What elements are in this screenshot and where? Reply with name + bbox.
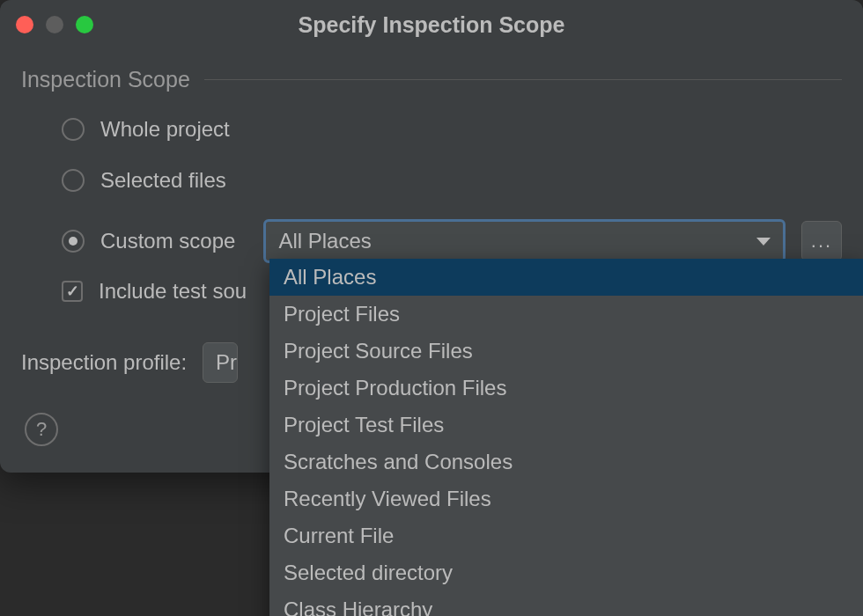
dropdown-option-project-source-files[interactable]: Project Source Files xyxy=(269,333,863,370)
radio-custom-scope-label: Custom scope xyxy=(100,229,235,253)
radio-selected-files-row[interactable]: Selected files xyxy=(62,168,842,193)
dialog-title: Specify Inspection Scope xyxy=(299,12,565,38)
radio-whole-project-row[interactable]: Whole project xyxy=(62,117,842,142)
dropdown-option-class-hierarchy[interactable]: Class Hierarchy xyxy=(269,591,863,616)
dropdown-option-recently-viewed[interactable]: Recently Viewed Files xyxy=(269,480,863,517)
window-controls xyxy=(16,16,93,33)
dropdown-option-current-file[interactable]: Current File xyxy=(269,517,863,554)
dropdown-option-scratches-consoles[interactable]: Scratches and Consoles xyxy=(269,444,863,480)
combobox-value: All Places xyxy=(278,229,371,253)
section-divider xyxy=(204,79,842,80)
help-icon: ? xyxy=(36,418,47,441)
include-test-sources-checkbox[interactable] xyxy=(62,281,83,302)
radio-whole-project[interactable] xyxy=(62,118,85,141)
dropdown-option-all-places[interactable]: All Places xyxy=(269,259,863,296)
dropdown-option-selected-directory[interactable]: Selected directory xyxy=(269,554,863,591)
close-window-button[interactable] xyxy=(16,16,33,33)
dropdown-option-project-test-files[interactable]: Project Test Files xyxy=(269,407,863,444)
titlebar: Specify Inspection Scope xyxy=(0,0,863,49)
radio-custom-scope-row: Custom scope All Places ... xyxy=(62,219,842,263)
radio-whole-project-label: Whole project xyxy=(100,117,230,142)
ellipsis-icon: ... xyxy=(811,230,832,253)
include-test-sources-label: Include test sou xyxy=(99,279,247,304)
maximize-window-button[interactable] xyxy=(76,16,93,33)
section-header: Inspection Scope xyxy=(21,67,842,92)
radio-selected-files[interactable] xyxy=(62,169,85,192)
inspection-profile-combobox[interactable]: Pr xyxy=(203,342,238,383)
dropdown-option-project-production-files[interactable]: Project Production Files xyxy=(269,370,863,407)
help-button[interactable]: ? xyxy=(25,413,58,446)
browse-scope-button[interactable]: ... xyxy=(801,221,842,261)
custom-scope-combobox[interactable]: All Places xyxy=(263,219,786,263)
chevron-down-icon xyxy=(756,238,771,246)
section-title: Inspection Scope xyxy=(21,67,190,92)
minimize-window-button[interactable] xyxy=(46,16,63,33)
dropdown-option-project-files[interactable]: Project Files xyxy=(269,296,863,333)
radio-custom-scope[interactable] xyxy=(62,230,85,253)
radio-selected-files-label: Selected files xyxy=(100,168,226,193)
inspection-profile-label: Inspection profile: xyxy=(21,350,187,375)
inspection-profile-value: Pr xyxy=(216,350,237,375)
scope-dropdown-popup: All Places Project Files Project Source … xyxy=(269,259,863,616)
